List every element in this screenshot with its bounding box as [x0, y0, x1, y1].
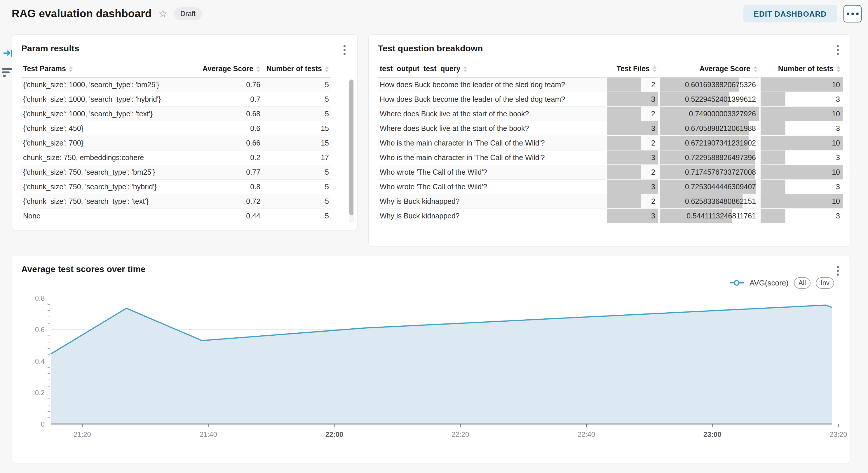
tests-cell: 5: [263, 77, 331, 92]
cell-value: 0.7229588826497396: [685, 150, 756, 165]
score-cell: 0.44: [187, 208, 263, 223]
tests-bar-cell: 10: [760, 106, 843, 121]
score-bar-cell: 0.7174576733727008: [659, 165, 760, 179]
column-header-number-of-tests[interactable]: Number of tests: [263, 62, 331, 77]
query-cell: Who wrote 'The Call of the Wild'?: [378, 165, 607, 179]
cell-value: 2: [651, 107, 655, 121]
panel-title: Test question breakdown: [369, 35, 850, 54]
files-bar-cell: 2: [607, 136, 659, 150]
files-bar-cell: 3: [607, 150, 659, 165]
page-title: RAG evaluation dashboard: [12, 8, 152, 20]
avg-score-area-chart: 00.20.40.60.821:2021:4022:0022:2022:4023…: [12, 293, 851, 445]
params-cell: {'chunk_size': 1000, 'search_type': 'tex…: [21, 106, 187, 121]
avg-scores-chart-panel: Average test scores over time AVG(score)…: [12, 255, 851, 463]
scrollbar-thumb[interactable]: [349, 79, 353, 215]
query-cell: Why is Buck kidnapped?: [378, 194, 607, 208]
query-cell: Where does Buck live at the start of the…: [378, 106, 607, 121]
y-axis-tick-label: 0: [41, 420, 45, 428]
test-breakdown-table: test_output_test_queryTest FilesAverage …: [378, 62, 843, 224]
files-bar-cell: 2: [607, 77, 659, 92]
data-bar: [761, 121, 785, 135]
data-bar: [761, 180, 785, 194]
table-row: chunk_size: 750, embeddings:cohere0.217: [21, 150, 331, 165]
sort-icon[interactable]: [463, 66, 467, 72]
sort-icon[interactable]: [753, 66, 757, 72]
tests-bar-cell: 3: [760, 121, 843, 136]
table-row: {'chunk_size': 700}0.6615: [21, 136, 331, 150]
sort-icon[interactable]: [256, 66, 260, 72]
tests-bar-cell: 3: [760, 150, 843, 165]
panel-menu-icon[interactable]: [836, 265, 840, 277]
column-header-test-params[interactable]: Test Params: [21, 62, 187, 77]
sort-icon[interactable]: [653, 66, 657, 72]
panel-menu-icon[interactable]: [836, 44, 840, 56]
files-bar-cell: 2: [607, 106, 659, 121]
status-badge: Draft: [174, 7, 202, 20]
cell-value: 3: [836, 180, 840, 194]
files-bar-cell: 2: [607, 194, 659, 208]
x-axis-tick-label: 21:40: [199, 431, 217, 438]
more-options-button[interactable]: [843, 5, 862, 23]
score-bar-cell: 0.6705898212061988: [659, 121, 760, 136]
legend-all-button[interactable]: All: [794, 277, 811, 289]
column-header-test-output-test-query[interactable]: test_output_test_query: [378, 62, 607, 77]
sort-icon[interactable]: [69, 66, 73, 72]
tests-cell: 5: [263, 179, 331, 194]
cell-value: 10: [832, 136, 840, 150]
score-bar-cell: 0.5441113246811761: [659, 208, 760, 223]
sort-icon[interactable]: [836, 66, 841, 72]
dot-icon: [847, 12, 849, 15]
table-row: {'chunk_size': 1000, 'search_type': 'tex…: [21, 106, 331, 121]
dot-icon: [851, 12, 854, 15]
data-bar: [761, 77, 843, 92]
score-cell: 0.8: [187, 179, 263, 194]
sort-icon[interactable]: [325, 66, 329, 72]
column-header-number-of-tests[interactable]: Number of tests: [760, 62, 843, 77]
cell-value: 0.7174576733727008: [685, 165, 756, 179]
series-label[interactable]: AVG(score): [749, 278, 788, 288]
score-bar-cell: 0.6016938820675326: [659, 77, 760, 92]
favorite-star-icon[interactable]: ☆: [158, 8, 167, 19]
table-row: {'chunk_size': 1000, 'search_type': 'bm2…: [21, 77, 331, 92]
table-row: None0.445: [21, 208, 331, 223]
tests-cell: 5: [263, 165, 331, 179]
tests-cell: 15: [263, 136, 331, 150]
score-bar-cell: 0.5229452401399612: [659, 92, 760, 106]
table-header-row: Test ParamsAverage ScoreNumber of tests: [21, 62, 331, 77]
table-row: {'chunk_size': 750, 'search_type': 'text…: [21, 194, 331, 208]
table-row: {'chunk_size': 1000, 'search_type': 'hyb…: [21, 92, 331, 106]
table-row: How does Buck become the leader of the s…: [378, 77, 843, 92]
data-bar: [608, 209, 658, 223]
cell-value: 3: [836, 92, 840, 106]
cell-value: 3: [651, 209, 655, 223]
query-cell: Who wrote 'The Call of the Wild'?: [378, 179, 607, 194]
panel-menu-icon[interactable]: [342, 44, 347, 56]
y-axis-tick-label: 0.2: [35, 389, 45, 397]
data-bar: [761, 107, 843, 121]
data-bar: [761, 150, 785, 165]
cell-value: 3: [651, 180, 655, 194]
params-cell: {'chunk_size': 450}: [21, 121, 187, 136]
column-header-average-score[interactable]: Average Score: [187, 62, 263, 77]
y-axis-tick-label: 0.4: [35, 357, 45, 365]
data-bar: [608, 180, 658, 194]
edit-dashboard-button[interactable]: EDIT DASHBOARD: [743, 5, 837, 23]
cell-value: 0.5441113246811761: [686, 209, 756, 223]
cell-value: 3: [651, 92, 655, 106]
params-cell: {'chunk_size': 1000, 'search_type': 'bm2…: [21, 77, 187, 92]
table-row: Where does Buck live at the start of the…: [378, 121, 843, 136]
legend-inv-button[interactable]: Inv: [816, 277, 834, 289]
table-scrollbar[interactable]: [349, 78, 354, 223]
table-row: Who wrote 'The Call of the Wild'?20.7174…: [378, 165, 843, 179]
cell-value: 2: [651, 136, 655, 150]
series-marker-icon[interactable]: [729, 279, 744, 286]
chart-legend: AVG(score) All Inv: [729, 276, 834, 289]
data-bar: [761, 92, 785, 106]
test-question-breakdown-panel: Test question breakdown test_output_test…: [368, 34, 851, 246]
table-row: {'chunk_size': 750, 'search_type': 'hybr…: [21, 179, 331, 194]
params-cell: {'chunk_size': 700}: [21, 136, 187, 150]
cell-value: 0.749000003327926: [689, 107, 756, 121]
cell-value: 3: [836, 121, 840, 136]
column-header-average-score[interactable]: Average Score: [659, 62, 760, 77]
column-header-test-files[interactable]: Test Files: [607, 62, 659, 77]
